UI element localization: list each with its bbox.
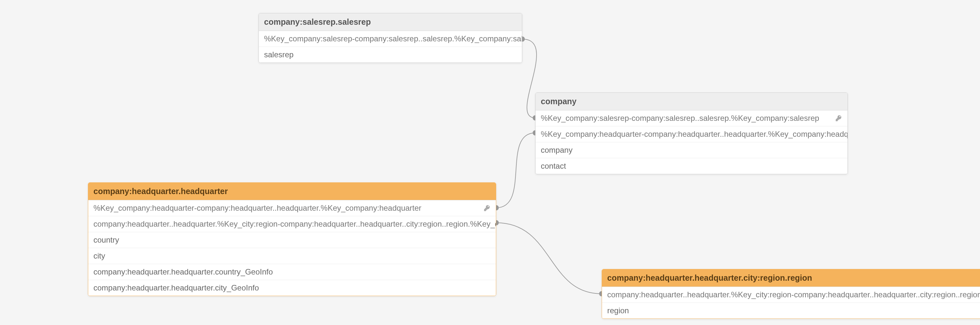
field-label: %Key_company:salesrep-company:salesrep..… xyxy=(541,114,819,123)
field-label: company xyxy=(541,146,573,155)
field-row[interactable]: country xyxy=(88,232,496,248)
entity-salesrep[interactable]: company:salesrep.salesrep %Key_company:s… xyxy=(259,13,522,63)
field-label: region xyxy=(607,306,629,315)
entity-company[interactable]: company %Key_company:salesrep-company:sa… xyxy=(535,92,848,174)
field-label: country xyxy=(94,236,119,245)
field-row[interactable]: %Key_company:salesrep-company:salesrep..… xyxy=(536,110,848,126)
field-row[interactable]: company xyxy=(536,142,848,158)
field-label: company:headquarter..headquarter.%Key_ci… xyxy=(94,220,496,229)
field-row[interactable]: city xyxy=(88,248,496,264)
field-row[interactable]: %Key_company:salesrep-company:salesrep..… xyxy=(259,31,522,47)
field-row[interactable]: %Key_company:headquarter-company:headqua… xyxy=(88,200,496,216)
field-row[interactable]: company:headquarter.headquarter.country_… xyxy=(88,264,496,280)
field-row[interactable]: region xyxy=(602,303,980,319)
field-label: salesrep xyxy=(264,50,294,59)
entity-header[interactable]: company:headquarter.headquarter.city:reg… xyxy=(602,269,980,287)
field-row[interactable]: company:headquarter..headquarter.%Key_ci… xyxy=(88,216,496,232)
entity-headquarter[interactable]: company:headquarter.headquarter %Key_com… xyxy=(88,182,496,296)
field-label: company:headquarter..headquarter.%Key_ci… xyxy=(607,290,980,299)
key-icon xyxy=(484,204,491,212)
field-row[interactable]: %Key_company:headquarter-company:headqua… xyxy=(536,126,848,142)
field-label: company:headquarter.headquarter.country_… xyxy=(94,268,273,276)
field-row[interactable]: salesrep xyxy=(259,47,522,62)
entity-header[interactable]: company:headquarter.headquarter xyxy=(88,183,496,200)
entity-region[interactable]: company:headquarter.headquarter.city:reg… xyxy=(602,269,980,319)
field-label: company:headquarter.headquarter.city_Geo… xyxy=(94,283,259,292)
field-row[interactable]: contact xyxy=(536,158,848,174)
entity-header[interactable]: company xyxy=(536,93,848,110)
field-row[interactable]: company:headquarter.headquarter.city_Geo… xyxy=(88,280,496,296)
field-label: %Key_company:headquarter-company:headqua… xyxy=(94,204,421,213)
field-label: contact xyxy=(541,161,566,170)
field-label: city xyxy=(94,252,105,261)
field-row[interactable]: company:headquarter..headquarter.%Key_ci… xyxy=(602,287,980,303)
field-label: %Key_company:headquarter-company:headqua… xyxy=(541,130,848,139)
entity-header[interactable]: company:salesrep.salesrep xyxy=(259,13,522,31)
field-label: %Key_company:salesrep-company:salesrep..… xyxy=(264,34,522,43)
diagram-canvas[interactable]: company:salesrep.salesrep %Key_company:s… xyxy=(0,0,980,325)
key-icon xyxy=(835,115,842,122)
